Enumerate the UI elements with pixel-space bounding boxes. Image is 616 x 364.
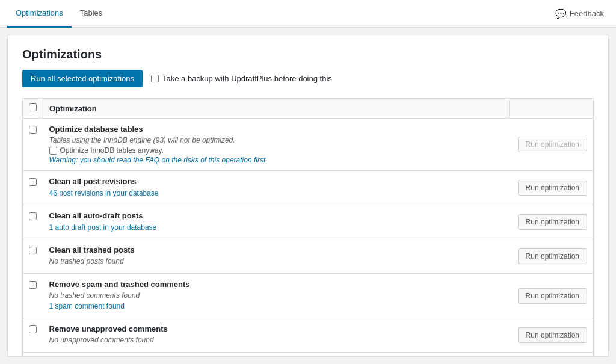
opt-link[interactable]: 1 auto draft post in your database — [49, 223, 157, 232]
table-row: Clean all post revisions46 post revision… — [23, 171, 594, 205]
row-check-cell — [23, 205, 43, 239]
row-action-cell: Run optimization — [510, 119, 594, 171]
row-check-cell — [23, 171, 43, 205]
row-checkbox[interactable] — [29, 281, 37, 289]
row-checkbox[interactable] — [29, 212, 37, 220]
optimization-header: Optimization — [43, 99, 510, 119]
table-row: Optimize database tablesTables using the… — [23, 119, 594, 171]
row-checkbox[interactable] — [29, 247, 37, 254]
table-row: Remove spam and trashed commentsNo trash… — [23, 274, 594, 318]
opt-desc: Tables using the InnoDB engine (93) will… — [49, 136, 504, 144]
select-all-checkbox[interactable] — [29, 103, 37, 111]
row-checkbox[interactable] — [29, 126, 37, 134]
toolbar: Run all selected optimizations Take a ba… — [22, 70, 594, 87]
opt-desc: No trashed posts found — [49, 257, 504, 265]
row-check-cell — [23, 119, 43, 171]
opt-desc: No unapproved comments found — [49, 336, 504, 344]
row-check-cell — [23, 239, 43, 274]
run-optimization-button[interactable]: Run optimization — [518, 214, 587, 230]
table-row: Clean all auto-draft posts1 auto draft p… — [23, 205, 594, 239]
opt-name: Clean all post revisions — [49, 177, 137, 186]
row-content: Remove unapproved commentsNo unapproved … — [43, 318, 510, 353]
row-action-cell: Run optimization — [510, 274, 594, 318]
opt-name: Remove spam and trashed comments — [49, 280, 190, 289]
row-checkbox[interactable] — [29, 325, 37, 333]
table-row: Remove unapproved commentsNo unapproved … — [23, 318, 594, 353]
row-action-cell: Run optimization — [510, 205, 594, 239]
opt-warning-link[interactable]: Warning: you should read the FAQ on the … — [49, 156, 504, 164]
table-row: iRemove expired transient options0 of 19… — [23, 353, 594, 357]
run-all-button[interactable]: Run all selected optimizations — [22, 70, 143, 87]
tab-bar: Optimizations Tables 💬 Feedback — [0, 0, 616, 28]
main-content: Optimizations Run all selected optimizat… — [7, 35, 609, 357]
run-optimization-button[interactable]: Run optimization — [518, 288, 587, 304]
opt-link[interactable]: 1 spam comment found — [49, 302, 125, 310]
tab-optimizations[interactable]: Optimizations — [7, 0, 72, 28]
backup-checkbox[interactable] — [151, 75, 159, 82]
table-row: Clean all trashed postsNo trashed posts … — [23, 239, 594, 274]
row-content: Clean all post revisions46 post revision… — [43, 171, 510, 205]
run-optimization-button[interactable]: Run optimization — [518, 137, 587, 152]
action-header — [510, 99, 594, 119]
row-check-cell — [23, 318, 43, 353]
optimizations-table: Optimization Optimize database tablesTab… — [22, 98, 594, 357]
tab-bar-tabs: Optimizations Tables — [7, 0, 550, 27]
run-optimization-button[interactable]: Run optimization — [518, 180, 587, 196]
row-action-cell: Run optimization — [510, 353, 594, 357]
row-action-cell: Run optimization — [510, 318, 594, 353]
row-content: Remove spam and trashed commentsNo trash… — [43, 274, 510, 318]
feedback-button[interactable]: 💬 Feedback — [550, 0, 609, 27]
select-all-header — [23, 99, 43, 119]
row-check-cell — [23, 353, 43, 357]
backup-checkbox-label[interactable]: Take a backup with UpdraftPlus before do… — [151, 74, 332, 83]
tab-tables[interactable]: Tables — [72, 0, 111, 28]
row-content: Clean all trashed postsNo trashed posts … — [43, 239, 510, 274]
opt-name: Optimize database tables — [49, 125, 143, 134]
run-optimization-button[interactable]: Run optimization — [518, 248, 587, 264]
opt-link[interactable]: 46 post revisions in your database — [49, 189, 159, 197]
run-optimization-button[interactable]: Run optimization — [518, 327, 587, 343]
app-container: Optimizations Tables 💬 Feedback Optimiza… — [0, 0, 616, 364]
sub-check-label: Optimize InnoDB tables anyway. — [60, 146, 164, 155]
row-action-cell: Run optimization — [510, 239, 594, 274]
row-checkbox[interactable] — [29, 178, 37, 186]
feedback-label: Feedback — [570, 9, 604, 18]
opt-desc: No trashed comments found — [49, 291, 504, 300]
row-action-cell: Run optimization — [510, 171, 594, 205]
opt-name: Clean all trashed posts — [49, 245, 135, 254]
row-check-cell — [23, 274, 43, 318]
row-content: Optimize database tablesTables using the… — [43, 119, 510, 171]
row-content: iRemove expired transient options0 of 19… — [43, 353, 510, 357]
row-content: Clean all auto-draft posts1 auto draft p… — [43, 205, 510, 239]
sub-checkbox[interactable] — [49, 147, 57, 155]
feedback-icon: 💬 — [555, 8, 567, 19]
opt-name: Clean all auto-draft posts — [49, 211, 143, 220]
page-title: Optimizations — [22, 48, 594, 61]
opt-name: Remove unapproved comments — [49, 324, 168, 333]
